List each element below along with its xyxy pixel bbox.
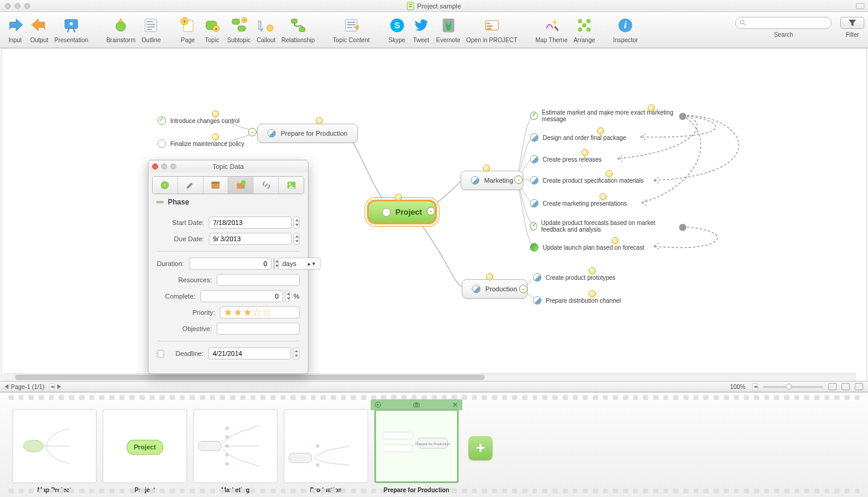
horizontal-scrollbar[interactable] — [3, 373, 857, 381]
subtopic-item[interactable]: Update product forecasts based on market… — [530, 220, 681, 233]
zoom-stepper[interactable] — [752, 383, 758, 391]
date-stepper[interactable] — [293, 233, 299, 245]
deadline-field[interactable] — [208, 347, 291, 359]
subtopic-item[interactable]: Finalize maintenance policy — [158, 139, 244, 148]
minimize-panel-icon[interactable] — [161, 163, 167, 169]
complete-stepper[interactable] — [285, 290, 290, 302]
zoom-slider[interactable] — [763, 386, 823, 388]
label-resources: Resources: — [157, 276, 212, 283]
next-page-icon[interactable] — [57, 384, 61, 389]
priority-field[interactable] — [220, 306, 299, 318]
tab-image[interactable] — [279, 177, 304, 194]
date-stepper[interactable] — [293, 347, 299, 359]
play-icon[interactable] — [374, 401, 381, 408]
zoom-window-icon[interactable] — [24, 3, 30, 9]
collapse-icon[interactable]: - — [427, 207, 435, 215]
add-slide-button[interactable]: + — [468, 436, 493, 460]
tab-brush[interactable] — [178, 177, 203, 194]
star-icon[interactable] — [234, 308, 242, 317]
date-stepper[interactable] — [293, 217, 299, 229]
svg-point-1 — [69, 22, 72, 25]
star-icon[interactable] — [243, 308, 252, 317]
duration-unit-select[interactable]: days▲▼ — [278, 258, 321, 270]
subtopic-item[interactable]: Introduce changes control — [158, 116, 240, 125]
callout-button[interactable]: Callout — [254, 15, 278, 45]
priority-stars[interactable] — [224, 308, 271, 317]
duration-field[interactable] — [189, 258, 272, 270]
fullscreen-icon[interactable] — [856, 3, 864, 9]
tab-resource[interactable]: + — [153, 177, 178, 194]
slide-thumbnail[interactable]: Marketing — [193, 409, 278, 493]
prev-page-icon[interactable] — [5, 384, 8, 389]
duration-stepper[interactable] — [273, 258, 275, 270]
subtopic-item[interactable]: Create marketing presentations — [530, 199, 627, 207]
tab-link[interactable] — [254, 177, 279, 194]
view-mode-icon[interactable] — [841, 383, 850, 390]
subtopic-button[interactable]: +Subtopic — [225, 15, 253, 45]
close-icon[interactable] — [452, 401, 459, 408]
presentation-button[interactable]: Presentation — [52, 15, 91, 45]
evernote-button[interactable]: Evernote — [434, 15, 463, 45]
slide-thumbnail[interactable]: Project Project — [103, 409, 187, 493]
filter-button[interactable] — [840, 17, 864, 29]
collapse-icon[interactable]: - — [514, 176, 523, 184]
subtopic-item[interactable]: Create product specification materials — [530, 176, 643, 185]
inspector-button[interactable]: iInspector — [611, 15, 640, 45]
complete-field[interactable] — [200, 290, 283, 302]
arrange-button[interactable]: Arrange — [571, 15, 598, 45]
start-date-field[interactable] — [209, 217, 292, 229]
minimize-window-icon[interactable] — [14, 3, 21, 9]
slide-thumbnail[interactable]: Production — [284, 409, 368, 493]
skype-button[interactable]: SSkype — [386, 15, 409, 45]
objective-field[interactable] — [217, 323, 299, 335]
subtopic-item[interactable]: Update launch plan based on forecast — [530, 243, 644, 252]
subtopic-item[interactable]: Estimate market and make more exact mark… — [530, 109, 681, 122]
subtopic-item[interactable]: Create press releases — [530, 155, 602, 163]
page-button[interactable]: +Page — [176, 15, 199, 45]
output-button[interactable]: Output — [28, 15, 51, 45]
topic-data-panel[interactable]: Topic Data + Phase Start Date: Due Date:… — [148, 160, 308, 374]
star-icon[interactable] — [263, 308, 271, 317]
subtopic-item[interactable]: Design and order final package — [530, 133, 626, 142]
tweet-button[interactable]: Tweet — [410, 15, 433, 45]
close-window-icon[interactable] — [5, 3, 11, 9]
svg-point-39 — [225, 435, 229, 439]
collapse-icon[interactable]: - — [519, 285, 528, 293]
map-theme-button[interactable]: Map Theme — [533, 15, 570, 45]
deadline-checkbox[interactable] — [157, 350, 164, 358]
subtopic-item[interactable]: Create product prototypes — [533, 273, 616, 282]
due-date-field[interactable] — [209, 233, 292, 245]
close-panel-icon[interactable] — [152, 163, 158, 169]
brainstorm-button[interactable]: Brainstorm — [104, 15, 138, 45]
star-icon[interactable] — [253, 308, 261, 317]
section-title: Phase — [168, 198, 189, 206]
star-icon[interactable] — [224, 308, 232, 317]
scrollbar-thumb[interactable] — [15, 375, 485, 380]
camera-icon[interactable] — [413, 401, 420, 408]
view-mode-icon[interactable] — [828, 383, 837, 390]
milestone-dot-icon — [679, 224, 686, 231]
open-in-project-button[interactable]: Open in PROJECT — [464, 15, 520, 45]
resources-field[interactable] — [217, 274, 299, 286]
collapse-icon[interactable]: - — [248, 128, 257, 136]
zoom-panel-icon[interactable] — [170, 163, 176, 169]
topic-button[interactable]: +Topic — [200, 15, 223, 45]
view-mode-icon[interactable] — [855, 383, 863, 390]
outline-button[interactable]: Outline — [139, 15, 164, 45]
topic-production[interactable]: Production — [462, 279, 528, 299]
search-input[interactable] — [735, 17, 832, 29]
slide-thumbnail[interactable]: Map Project — [12, 409, 97, 493]
slide-thumbnail-active[interactable]: Prepare for Production Prepare for Produ… — [374, 409, 459, 493]
svg-rect-56 — [211, 183, 219, 189]
subtopic-item[interactable]: Prepare distribution channel — [533, 296, 621, 305]
tab-box[interactable] — [203, 177, 229, 194]
tab-schedule[interactable] — [228, 177, 254, 194]
topic-prepare[interactable]: Prepare for Production — [257, 124, 358, 143]
relationship-button[interactable]: Relationship — [279, 15, 317, 45]
mind-map-canvas[interactable]: Project - Prepare for Production - Intro… — [1, 48, 867, 381]
slider-knob-icon[interactable] — [786, 384, 792, 390]
page-stepper[interactable] — [49, 383, 55, 391]
topic-content-button[interactable]: Topic Content — [330, 15, 372, 45]
input-button[interactable]: Input — [4, 15, 27, 45]
clock-icon — [589, 290, 596, 297]
